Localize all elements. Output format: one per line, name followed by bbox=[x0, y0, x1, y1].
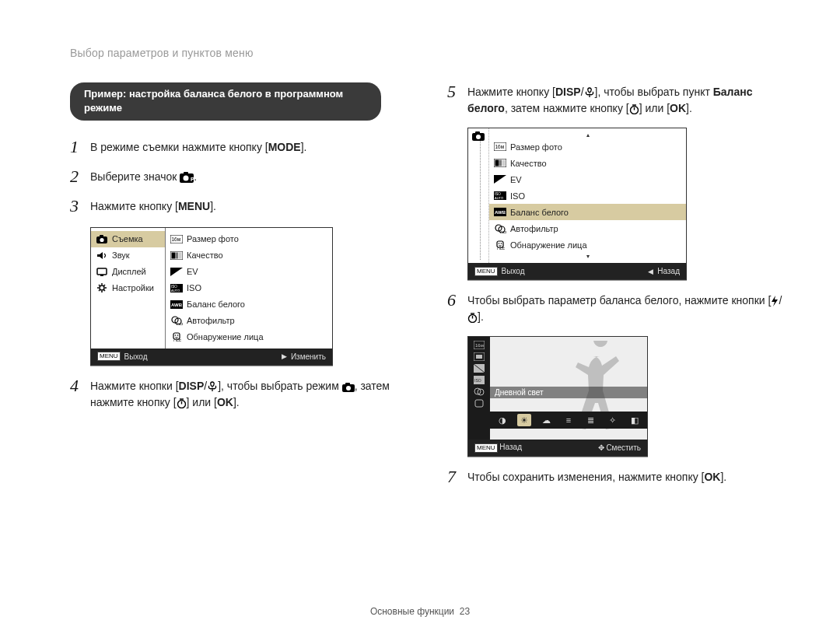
menu-item-label: Баланс белого bbox=[187, 299, 245, 309]
wb-cloudy-icon[interactable]: ☁ bbox=[540, 414, 554, 426]
chevron-left-icon: ◀ bbox=[648, 268, 653, 275]
chevron-up-icon: ▴ bbox=[489, 131, 686, 138]
awb-icon: AWB bbox=[170, 299, 183, 310]
step-number: 3 bbox=[70, 197, 90, 215]
step-number: 4 bbox=[70, 377, 90, 395]
timer-icon bbox=[629, 104, 639, 114]
iso-icon: ISOAUTO bbox=[170, 282, 183, 293]
menu-item[interactable]: EV bbox=[166, 264, 332, 280]
menu-item[interactable]: ISOAUTOISO bbox=[489, 187, 686, 204]
menu-item-label: Баланс белого bbox=[510, 208, 569, 217]
step-text: Нажмите кнопки [DISP/], чтобы выбрать ре… bbox=[90, 377, 408, 411]
svg-point-62 bbox=[501, 243, 502, 244]
filter-icon: OFF bbox=[494, 223, 506, 234]
face-off-icon bbox=[473, 398, 485, 408]
menu-item-label: EV bbox=[510, 175, 522, 184]
menu-item[interactable]: Качество bbox=[489, 155, 686, 171]
menu-side-item[interactable]: Дисплей bbox=[91, 264, 165, 280]
menu-item-label: ISO bbox=[510, 191, 525, 201]
move-icon: ✥ bbox=[598, 443, 604, 452]
quality-icon bbox=[494, 158, 506, 169]
svg-rect-74 bbox=[475, 400, 483, 407]
ev-icon bbox=[494, 174, 506, 185]
macro-icon bbox=[207, 381, 218, 392]
mode-button-label: MODE bbox=[268, 141, 301, 153]
svg-text:16м: 16м bbox=[172, 236, 181, 242]
svg-point-61 bbox=[499, 243, 500, 244]
footer-back-label: Назад bbox=[657, 267, 680, 275]
svg-point-2 bbox=[184, 176, 189, 181]
menu-item-label: Обнаружение лица bbox=[187, 332, 264, 342]
wb-fluorescent-l-icon[interactable]: ≣ bbox=[583, 414, 597, 426]
svg-rect-38 bbox=[345, 383, 350, 385]
svg-point-6 bbox=[100, 238, 103, 242]
wb-current-label: Дневной свет bbox=[490, 387, 647, 398]
example-title: Пример: настройка баланса белого в прогр… bbox=[70, 82, 381, 121]
footer-exit-label: Выход bbox=[502, 267, 525, 275]
wb-auto-icon[interactable]: ◑ bbox=[495, 414, 509, 426]
svg-rect-21 bbox=[172, 252, 176, 258]
chevron-right-icon: ▶ bbox=[282, 352, 287, 360]
step-number: 7 bbox=[447, 468, 467, 486]
svg-point-39 bbox=[346, 386, 351, 391]
step-number: 6 bbox=[447, 291, 467, 310]
menu-item-label: Размер фото bbox=[187, 234, 239, 243]
menu-side-item[interactable]: Съемка bbox=[91, 231, 165, 247]
menu-side-item[interactable]: Звук bbox=[91, 247, 165, 264]
svg-rect-50 bbox=[502, 160, 506, 166]
wb-daylight-icon[interactable]: ☀ bbox=[517, 414, 531, 426]
svg-rect-1 bbox=[184, 172, 188, 174]
menu-item-label: Автофильтр bbox=[510, 224, 558, 233]
svg-text:AWB: AWB bbox=[495, 210, 506, 215]
svg-point-35 bbox=[177, 335, 179, 336]
timer-icon bbox=[177, 398, 187, 408]
menu-item[interactable]: OFFОбнаружение лица bbox=[489, 236, 686, 253]
svg-text:OFF: OFF bbox=[173, 338, 181, 342]
page-footer: Основные функции 23 bbox=[0, 606, 840, 617]
step-number: 2 bbox=[70, 167, 90, 186]
menu-item[interactable]: ISOAUTOISO bbox=[166, 280, 332, 296]
menu-item-label: Автофильтр bbox=[187, 316, 235, 325]
chevron-down-icon: ▾ bbox=[489, 253, 686, 260]
wb-custom-icon[interactable]: ◧ bbox=[628, 414, 642, 426]
wb-options-row: ◑ ☀ ☁ ≡ ≣ ✧ ◧ bbox=[490, 412, 647, 429]
menu-item[interactable]: AWBБаланс белого bbox=[489, 204, 686, 220]
svg-rect-68 bbox=[476, 355, 482, 359]
svg-rect-23 bbox=[179, 252, 182, 258]
quality-icon bbox=[170, 250, 183, 261]
menu-item[interactable]: Качество bbox=[166, 247, 332, 264]
menu-item[interactable]: 16мРазмер фото bbox=[489, 138, 686, 155]
menu-icon: MENU bbox=[474, 443, 498, 453]
sound-icon bbox=[96, 250, 108, 261]
svg-text:OFF: OFF bbox=[500, 230, 506, 233]
menu-item-label: Обнаружение лица bbox=[510, 240, 587, 250]
svg-rect-5 bbox=[100, 235, 103, 237]
16m-icon: 16м bbox=[494, 142, 506, 152]
svg-line-14 bbox=[99, 285, 100, 286]
svg-line-15 bbox=[104, 290, 106, 292]
menu-item-label: Качество bbox=[510, 159, 547, 168]
wb-preview-panel: 16м ISO Дневной свет ◑ bbox=[467, 336, 648, 457]
wb-tungsten-icon[interactable]: ✧ bbox=[606, 414, 620, 426]
menu-item[interactable]: AWBБаланс белого bbox=[166, 296, 332, 313]
menu-item[interactable]: OFFАвтофильтр bbox=[166, 313, 332, 329]
menu-item[interactable]: OFFАвтофильтр bbox=[489, 220, 686, 236]
filter-icon: OFF bbox=[170, 315, 183, 326]
svg-point-34 bbox=[175, 335, 177, 336]
left-column: Пример: настройка баланса белого в прогр… bbox=[70, 82, 408, 497]
breadcrumb: Выбор параметров и пунктов меню bbox=[70, 47, 786, 59]
disp-button-label: DISP bbox=[555, 86, 581, 98]
wb-fluorescent-h-icon[interactable]: ≡ bbox=[562, 414, 576, 426]
menu-item[interactable]: OFFОбнаружение лица bbox=[166, 329, 332, 345]
svg-rect-22 bbox=[176, 252, 178, 258]
step-number: 5 bbox=[447, 82, 467, 101]
svg-text:16м: 16м bbox=[475, 343, 484, 348]
footer-shift-label: Сместить bbox=[606, 443, 641, 452]
svg-rect-7 bbox=[97, 268, 107, 275]
menu-item[interactable]: 16мРазмер фото bbox=[166, 231, 332, 247]
svg-text:OFF: OFF bbox=[177, 322, 183, 325]
menu-side-item[interactable]: Настройки bbox=[91, 280, 165, 296]
quality-icon bbox=[473, 352, 485, 362]
menu-item[interactable]: EV bbox=[489, 171, 686, 187]
timer-icon bbox=[467, 313, 478, 323]
